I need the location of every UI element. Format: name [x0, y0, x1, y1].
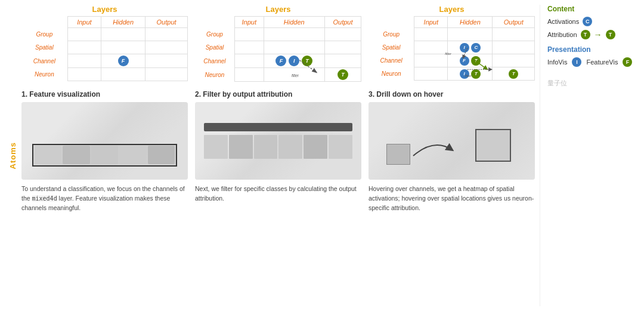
row-neuron-3: Neuron [369, 67, 414, 81]
panel-section-3: 3. Drill down on hover [369, 90, 535, 213]
filter-cell [204, 135, 228, 159]
cell-n-h-2 [264, 68, 324, 82]
row-group-3: Group [369, 28, 414, 41]
img-cell [91, 146, 118, 164]
layer-table-1: Input Hidden Output Group [21, 16, 188, 81]
row-spatial-1: Spatial [21, 41, 67, 54]
cell-neuron-hidden-1 [101, 68, 145, 81]
layers-title-1: Layers [21, 5, 188, 14]
table-section-2: Layers Input Hidden Output [195, 5, 361, 82]
panel-section-2: 2. Filter by output attribution [195, 90, 361, 213]
badge-F-1: F [118, 56, 129, 66]
col-hidden-2: Hidden [264, 17, 324, 28]
cell-s-i-2 [234, 41, 264, 54]
center-content: Layers Input Hidden Output [21, 5, 535, 306]
cell-spatial-output-1 [145, 41, 188, 54]
filter-bar [204, 123, 352, 131]
cell-g-i-3 [414, 28, 448, 41]
filter-cell [254, 135, 278, 159]
sidebar: Content Activations C Attribution T → T … [540, 5, 638, 306]
cell-channel-hidden-1: F [101, 54, 145, 68]
cell-channel-input-1 [67, 54, 101, 68]
panel-text-1: To understand a classification, we focus… [21, 184, 188, 213]
cell-group-output-1 [145, 28, 188, 41]
img-cell [148, 146, 175, 164]
panel-image-1 [21, 102, 188, 180]
badge-T-neuron-2: T [338, 69, 348, 80]
table-section-3: Layers Input Hidden Output [369, 5, 535, 82]
badge-C-s-3: C [471, 43, 481, 53]
panel-title-3: 3. Drill down on hover [369, 90, 535, 98]
panel-section-1: 1. Feature visualization [21, 90, 188, 213]
table-wrapper-2: Input Hidden Output Group [195, 16, 361, 82]
cell-g-h-2 [264, 28, 324, 41]
table-section-1: Layers Input Hidden Output [21, 5, 188, 82]
cell-neuron-output-1 [145, 68, 188, 81]
activations-item: Activations C [547, 17, 638, 26]
panel-title-1: 1. Feature visualization [21, 90, 188, 98]
col-input-1: Input [67, 17, 101, 28]
badge-I-n-3: I [460, 69, 469, 79]
cell-n-o-3: T [493, 67, 535, 81]
cell-s-h-2 [264, 41, 324, 54]
watermark: 量子位 [547, 79, 638, 88]
row-neuron-2: Neuron [195, 68, 234, 82]
content-section-title: Content [547, 5, 638, 13]
panel-text-3: Hovering over channels, we get a heatmap… [369, 184, 535, 213]
tables-row: Layers Input Hidden Output [21, 5, 535, 82]
infovis-label: InfoVis [547, 58, 567, 66]
cell-spatial-input-1 [67, 41, 101, 54]
img-cell [35, 146, 61, 164]
small-box [386, 144, 410, 165]
table-wrapper-3: Input Hidden Output Group [369, 16, 535, 81]
layer-table-3: Input Hidden Output Group [369, 16, 535, 81]
panel-image-3 [369, 102, 535, 180]
row-group-1: Group [21, 28, 67, 41]
cell-c-o-3 [493, 54, 535, 67]
cell-s-o-2 [324, 41, 361, 54]
panel-title-2: 2. Filter by output attribution [195, 90, 361, 98]
badge-T-n-3: T [471, 69, 481, 79]
featurevis-badge: F [623, 57, 632, 67]
large-box [475, 129, 511, 162]
filter-cell [304, 135, 327, 159]
layers-title-3: Layers [369, 5, 535, 14]
cell-spatial-hidden-1 [101, 41, 145, 54]
row-spatial-3: Spatial [369, 41, 414, 54]
infovis-badge: I [572, 57, 581, 67]
attribution-item: Attribution T → T [547, 30, 638, 39]
cell-c-h-2: F I T [264, 54, 324, 68]
cell-c-h-3: F T [448, 54, 493, 67]
cell-g-o-2 [324, 28, 361, 41]
cell-n-i-2 [234, 68, 264, 82]
img-cell [63, 146, 89, 164]
filter-grid [204, 135, 352, 159]
cell-neuron-input-1 [67, 68, 101, 81]
row-group-2: Group [195, 28, 234, 41]
drill-arrow-svg [407, 132, 461, 168]
badge-T-2: T [302, 56, 312, 66]
panel-text-2: Next, we filter for specific classes by … [195, 184, 361, 204]
main-container: Atoms Layers Input Hidden Output [0, 0, 644, 311]
row-neuron-1: Neuron [21, 68, 67, 81]
activations-badge: C [583, 17, 592, 26]
cell-g-i-2 [234, 28, 264, 41]
badge-F-3: F [460, 56, 469, 66]
layer-table-2: Input Hidden Output Group [195, 16, 361, 82]
row-spatial-2: Spatial [195, 41, 234, 54]
col-hidden-1: Hidden [101, 17, 145, 28]
row-channel-1: Channel [21, 54, 67, 68]
col-output-1: Output [145, 17, 188, 28]
col-hidden-3: Hidden [448, 17, 493, 28]
cell-n-i-3 [414, 67, 448, 81]
cell-c-o-2 [324, 54, 361, 68]
col-output-2: Output [324, 17, 361, 28]
cell-c-i-2 [234, 54, 264, 68]
attribution-arrow: → [594, 30, 602, 39]
filter-cell [229, 135, 253, 159]
badge-I-2: I [289, 56, 299, 66]
presentation-section-title: Presentation [547, 45, 638, 54]
cell-g-h-3 [448, 28, 493, 41]
cell-channel-output-1 [145, 54, 188, 68]
cell-s-i-3 [414, 41, 448, 54]
